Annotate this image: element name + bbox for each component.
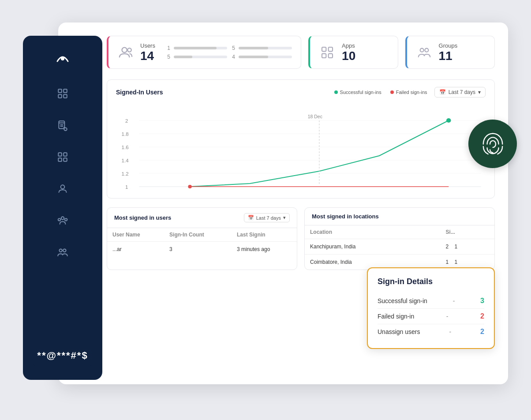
svg-point-9 [64, 128, 67, 131]
svg-point-0 [61, 57, 64, 60]
signin-popup-title: Sign-in Details [378, 277, 484, 286]
most-signed-users-filter[interactable]: 📅 Last 7 days ▾ [244, 213, 290, 222]
users-stat-main: Users 14 [140, 42, 155, 62]
svg-rect-11 [64, 153, 67, 156]
chart-section: Signed-In Users Successful sign-ins Fail… [107, 79, 495, 199]
users-table: User Name Sign-In Count Last Signin ...a… [107, 228, 297, 257]
groups-value: 11 [439, 50, 458, 62]
cell-username: ...ar [107, 242, 164, 257]
svg-point-18 [59, 249, 62, 252]
signin-label-successful: Successful sign-in [378, 297, 427, 304]
apps-value: 10 [342, 50, 355, 62]
sidebar-item-users[interactable] [53, 179, 72, 199]
locations-table: Location Si... Kanchipuram, India 2 1 Co… [305, 225, 494, 270]
main-card: Users 14 1 5 5 4 [58, 22, 508, 384]
sidebar: **@***#*$ [23, 36, 102, 380]
signin-val-unassign: 2 [480, 328, 484, 336]
svg-rect-1 [58, 89, 62, 93]
svg-text:1.6: 1.6 [122, 145, 129, 150]
legend-dot-red [390, 90, 394, 94]
stats-row: Users 14 1 5 5 4 [107, 36, 495, 69]
col-last-signin: Last Signin [232, 228, 297, 242]
users-stat-card: Users 14 1 5 5 4 [107, 36, 301, 69]
users-value: 14 [140, 50, 155, 62]
chart-legend: Successful sign-ins Failed sign-ins [334, 90, 427, 95]
sidebar-item-groups[interactable] [53, 243, 72, 262]
apps-stat-main: Apps 10 [342, 42, 355, 62]
groups-stat-card: Groups 11 [405, 36, 495, 69]
svg-rect-4 [64, 94, 67, 98]
svg-point-15 [61, 217, 64, 220]
most-signed-users-card: Most signed in users 📅 Last 7 days ▾ Use… [107, 207, 297, 270]
cell-location-1: Kanchipuram, India [305, 239, 441, 255]
legend-successful: Successful sign-ins [334, 90, 381, 95]
most-signed-users-header: Most signed in users 📅 Last 7 days ▾ [107, 208, 297, 228]
cell-last-signin: 3 minutes ago [232, 242, 297, 257]
svg-point-27 [425, 48, 428, 52]
svg-text:16 Dec: 16 Dec [161, 190, 177, 191]
svg-rect-25 [329, 53, 333, 57]
svg-rect-10 [58, 153, 62, 156]
bottom-row: Most signed in users 📅 Last 7 days ▾ Use… [107, 207, 495, 270]
users-bars: 1 5 5 4 [166, 45, 292, 60]
svg-rect-12 [58, 158, 62, 161]
svg-rect-22 [322, 47, 326, 51]
groups-label: Groups [439, 42, 458, 49]
svg-rect-23 [329, 47, 333, 51]
groups-stat-main: Groups 11 [439, 42, 458, 62]
signin-row-failed: Failed sign-in - 2 [378, 309, 484, 324]
sidebar-item-dashboard[interactable] [53, 84, 72, 103]
svg-text:1.8: 1.8 [122, 131, 129, 137]
sidebar-nav [53, 84, 72, 345]
apps-label: Apps [342, 42, 355, 49]
password-badge: **@***#*$ [28, 345, 97, 367]
calendar-icon-small: 📅 [248, 215, 254, 221]
svg-text:1: 1 [125, 184, 128, 190]
chart-area: 1 1.2 1.4 1.6 1.8 2 [116, 103, 486, 191]
sidebar-item-reports[interactable] [53, 116, 72, 135]
svg-text:18 Dec: 18 Dec [307, 190, 323, 191]
legend-dot-green [334, 90, 338, 94]
signin-label-unassign: Unassign users [378, 328, 420, 335]
signin-row-successful: Successful sign-in - 3 [378, 293, 484, 309]
sidebar-item-roles[interactable] [53, 211, 72, 230]
svg-point-19 [63, 249, 66, 252]
svg-point-26 [420, 48, 423, 52]
apps-stat-icon [319, 44, 336, 61]
svg-rect-2 [64, 89, 67, 93]
signin-details-popup: Sign-in Details Successful sign-in - 3 F… [367, 267, 495, 349]
most-signed-locations-title: Most signed in locations [312, 213, 379, 220]
most-signed-users-title: Most signed in users [114, 214, 171, 221]
most-signed-locations-header: Most signed in locations [305, 208, 494, 225]
svg-rect-3 [58, 94, 62, 98]
chart-title: Signed-In Users [116, 89, 163, 96]
svg-point-14 [61, 185, 65, 189]
users-label: Users [140, 42, 155, 49]
col-username: User Name [107, 228, 164, 242]
svg-point-16 [58, 218, 60, 221]
svg-text:2: 2 [125, 118, 128, 124]
svg-point-41 [188, 185, 191, 188]
legend-failed: Failed sign-ins [390, 90, 427, 95]
col-location: Location [305, 225, 441, 239]
signin-val-successful: 3 [480, 297, 484, 305]
calendar-icon: 📅 [439, 89, 446, 95]
chart-header: Signed-In Users Successful sign-ins Fail… [116, 87, 486, 98]
sidebar-item-apps[interactable] [53, 147, 72, 167]
svg-text:19 Dec: 19 Dec [371, 190, 388, 191]
svg-text:1.4: 1.4 [122, 158, 129, 163]
chevron-icon: ▾ [478, 89, 481, 95]
svg-point-40 [446, 118, 451, 123]
svg-point-20 [122, 47, 127, 52]
col-signin-count: Sign-In Count [164, 228, 232, 242]
chart-filter-dropdown[interactable]: 📅 Last 7 days ▾ [434, 87, 486, 98]
logo [54, 49, 71, 68]
svg-rect-13 [64, 158, 67, 161]
fingerprint-button[interactable] [468, 120, 517, 168]
users-stat-icon [117, 44, 134, 61]
cell-si-1: 2 1 [441, 239, 494, 255]
chevron-down-icon: ▾ [283, 215, 286, 221]
groups-stat-icon [416, 44, 433, 61]
col-si: Si... [441, 225, 494, 239]
svg-point-21 [127, 48, 131, 52]
